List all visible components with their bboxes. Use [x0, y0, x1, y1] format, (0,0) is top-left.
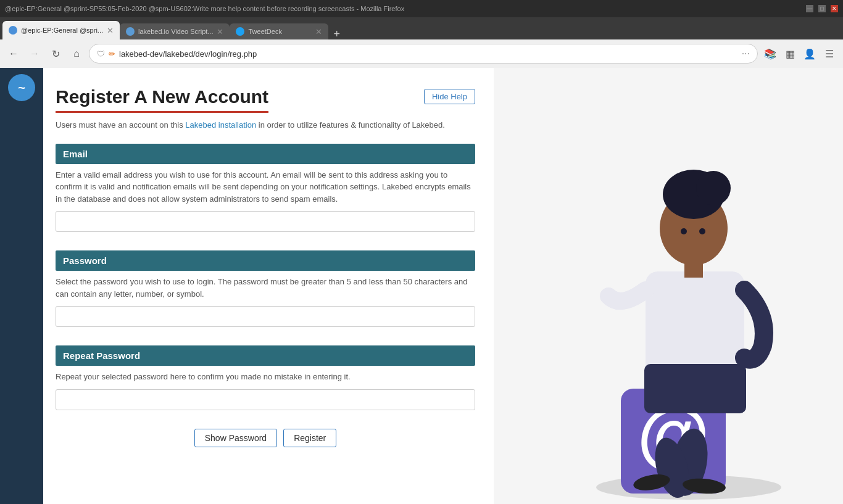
new-tab-button[interactable]: + — [328, 28, 345, 39]
form-area: Hide Help Register A New Account Users m… — [43, 68, 494, 504]
show-password-button[interactable]: Show Password — [194, 429, 277, 447]
repeat-password-section: Repeat Password Repeat your selected pas… — [56, 345, 475, 423]
home-button[interactable]: ⌂ — [68, 45, 85, 62]
email-input[interactable] — [56, 211, 475, 232]
tab-2-close[interactable]: ✕ — [217, 27, 223, 36]
window-controls: — □ ✕ — [806, 5, 838, 12]
email-section-header: Email — [56, 144, 475, 164]
email-section: Email Enter a valid email address you wi… — [56, 144, 475, 245]
edit-icon: ✏ — [109, 49, 115, 59]
tab-1-icon — [9, 26, 17, 35]
maximize-button[interactable]: □ — [818, 5, 826, 12]
button-row: Show Password Register — [56, 429, 475, 447]
app-sidebar: ~ — [0, 68, 43, 504]
svg-point-13 — [699, 228, 705, 234]
tab-1-close[interactable]: ✕ — [107, 26, 114, 35]
password-section-desc: Select the password you wish to use to l… — [56, 276, 475, 300]
tab-2-label: lakebed.io Video Script... — [138, 28, 213, 35]
title-row: Hide Help Register A New Account — [56, 86, 475, 119]
refresh-button[interactable]: ↻ — [47, 45, 64, 62]
address-bar: ← → ↻ ⌂ 🛡 ✏ lakebed-dev/lakebed/dev/logi… — [0, 39, 843, 68]
avatar-text: ~ — [18, 81, 25, 95]
bookmarks-icon[interactable]: 📚 — [762, 45, 779, 62]
url-bar[interactable]: 🛡 ✏ lakebed-dev/lakebed/dev/login/reg.ph… — [89, 44, 758, 64]
close-button[interactable]: ✕ — [831, 5, 838, 12]
password-input[interactable] — [56, 306, 475, 327]
svg-rect-8 — [644, 364, 746, 413]
illustration-area: @ — [494, 68, 843, 504]
tab-3-label: TweetDeck — [248, 28, 312, 35]
tab-3-icon — [236, 27, 244, 36]
repeat-password-input[interactable] — [56, 389, 475, 410]
svg-point-11 — [696, 171, 731, 205]
toolbar-icons: 📚 ▦ 👤 ☰ — [762, 45, 838, 62]
main-content: Hide Help Register A New Account Users m… — [43, 68, 843, 504]
tab-2-icon — [126, 27, 135, 36]
register-button[interactable]: Register — [283, 429, 336, 447]
sidebar-toggle-icon[interactable]: ▦ — [781, 45, 799, 62]
tab-3-close[interactable]: ✕ — [315, 27, 322, 36]
minimize-button[interactable]: — — [806, 5, 813, 12]
sidebar-avatar[interactable]: ~ — [8, 74, 35, 101]
page-title: Register A New Account — [56, 86, 268, 113]
tab-3[interactable]: TweetDeck ✕ — [230, 23, 328, 39]
repeat-password-section-header: Repeat Password — [56, 345, 475, 366]
lakebed-link[interactable]: Lakebed installation — [185, 120, 256, 130]
repeat-password-section-desc: Repeat your selected password here to co… — [56, 371, 475, 383]
forward-button[interactable]: → — [26, 45, 43, 62]
window-title: @epic-EP:General @sprint-SP55:05-Feb-202… — [5, 5, 804, 12]
svg-point-12 — [681, 228, 687, 234]
password-section-header: Password — [56, 250, 475, 271]
title-bar: @epic-EP:General @sprint-SP55:05-Feb-202… — [0, 0, 843, 17]
url-more-icon: ··· — [742, 48, 750, 59]
hide-help-button[interactable]: Hide Help — [424, 89, 475, 104]
back-button[interactable]: ← — [5, 45, 22, 62]
tab-1[interactable]: @epic-EP:General @spri... ✕ — [2, 21, 120, 39]
security-icon: 🛡 — [97, 49, 105, 59]
menu-icon[interactable]: ☰ — [821, 45, 838, 62]
account-icon[interactable]: 👤 — [801, 45, 818, 62]
person-illustration: @ — [571, 80, 806, 500]
svg-rect-14 — [684, 259, 703, 278]
tabs-bar: @epic-EP:General @spri... ✕ lakebed.io V… — [0, 17, 843, 39]
tab-1-label: @epic-EP:General @spri... — [21, 27, 103, 34]
help-text: Users must have an account on this Lakeb… — [56, 119, 475, 131]
email-section-desc: Enter a valid email address you wish to … — [56, 169, 475, 205]
tab-2[interactable]: lakebed.io Video Script... ✕ — [120, 23, 230, 39]
password-section: Password Select the password you wish to… — [56, 250, 475, 339]
url-text: lakebed-dev/lakebed/dev/login/reg.php — [119, 49, 738, 59]
